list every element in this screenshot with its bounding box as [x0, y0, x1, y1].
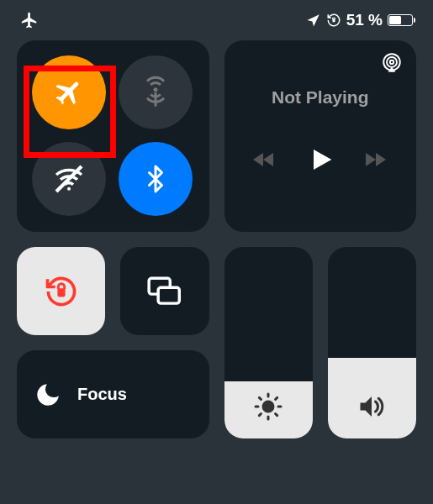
media-tile[interactable]: Not Playing: [224, 40, 417, 232]
play-button[interactable]: [307, 144, 334, 175]
previous-track-button[interactable]: [251, 149, 277, 171]
svg-point-2: [67, 187, 71, 191]
sliders-group: [224, 247, 417, 438]
svg-rect-9: [158, 287, 179, 303]
svg-line-17: [259, 414, 261, 416]
airplay-button[interactable]: [381, 52, 403, 74]
brightness-icon: [253, 391, 283, 422]
svg-point-5: [387, 57, 397, 67]
svg-point-10: [263, 402, 273, 412]
svg-point-6: [390, 60, 393, 64]
screen-mirroring-icon: [146, 275, 183, 308]
focus-button[interactable]: Focus: [17, 350, 209, 438]
wifi-toggle[interactable]: [32, 142, 106, 216]
volume-icon: [355, 391, 388, 422]
orientation-lock-icon: [326, 13, 341, 28]
moon-icon: [34, 381, 62, 409]
media-title: Not Playing: [272, 87, 369, 108]
battery-percent: 51 %: [346, 11, 383, 29]
location-icon: [306, 13, 321, 28]
airplane-mode-toggle[interactable]: [32, 55, 106, 129]
svg-line-16: [276, 414, 277, 416]
screen-mirroring-button[interactable]: [120, 247, 209, 335]
svg-point-1: [154, 87, 158, 92]
battery-icon: [388, 14, 413, 26]
media-controls: [251, 144, 389, 175]
controls-column: Focus: [17, 247, 209, 438]
orientation-lock-button[interactable]: [17, 247, 105, 335]
brightness-slider[interactable]: [224, 247, 313, 438]
volume-slider[interactable]: [328, 247, 416, 438]
svg-line-15: [259, 397, 261, 399]
svg-rect-7: [57, 288, 65, 297]
connectivity-tile[interactable]: [17, 40, 209, 232]
status-left: [20, 11, 39, 29]
bluetooth-toggle[interactable]: [119, 142, 193, 216]
status-right: 51 %: [306, 11, 413, 29]
svg-line-18: [276, 397, 277, 399]
bluetooth-icon: [140, 164, 171, 194]
control-center-grid: Not Playing: [0, 40, 433, 438]
small-tiles-row: [17, 247, 209, 335]
airplane-icon: [53, 76, 85, 108]
focus-label: Focus: [77, 385, 127, 404]
status-bar: 51 %: [0, 0, 433, 40]
airplay-icon: [381, 52, 403, 74]
airplane-mode-icon: [20, 11, 39, 29]
wifi-off-icon: [52, 162, 86, 196]
cellular-data-toggle[interactable]: [119, 55, 193, 129]
cellular-antenna-icon: [139, 76, 172, 109]
orientation-lock-icon: [43, 273, 80, 310]
next-track-button[interactable]: [364, 149, 389, 171]
